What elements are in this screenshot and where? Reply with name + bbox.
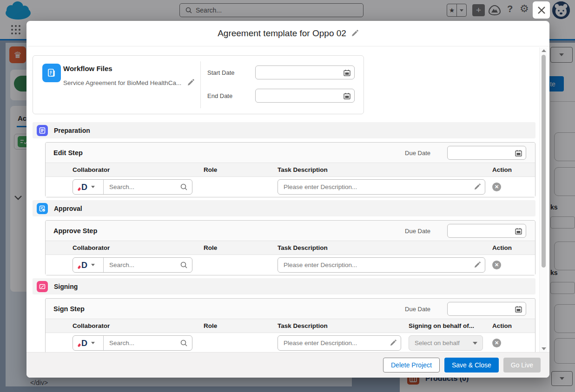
section-preparation: Preparation — [33, 122, 535, 138]
preparation-icon — [37, 125, 48, 136]
section-approval-label: Approval — [54, 205, 82, 212]
divider — [200, 61, 201, 108]
scrollbar-thumb[interactable] — [542, 55, 546, 268]
search-icon — [180, 183, 187, 190]
workflow-file-row: Service Agreement for BioMed HealthCa... — [63, 79, 194, 86]
task-description-input[interactable] — [278, 261, 474, 268]
edit-pencil-icon[interactable] — [474, 183, 481, 190]
collaborator-search-input[interactable] — [104, 261, 180, 268]
agreement-template-modal: Agreement template for Oppo 02 Workflow … — [26, 21, 549, 378]
dropdown-caret-icon — [473, 342, 477, 345]
dropdown-caret-icon — [91, 264, 95, 266]
task-description-field — [278, 257, 485, 273]
calendar-icon — [515, 306, 522, 313]
calendar-icon — [515, 150, 522, 157]
save-close-button[interactable]: Save & Close — [444, 358, 499, 372]
approve-step-header: Approve Step Due Date — [46, 221, 535, 241]
edit-step-box: Edit Step Due Date Collaborator Role Tas… — [45, 142, 535, 197]
step-title: Sign Step — [53, 305, 85, 313]
delete-project-button[interactable]: Delete Project — [383, 358, 440, 372]
col-task-description: Task Description — [278, 166, 328, 173]
workflow-file-name: Service Agreement for BioMed HealthCa... — [63, 79, 181, 86]
column-headers: Collaborator Role Task Description Actio… — [46, 163, 535, 177]
collaborator-picker: D — [73, 257, 192, 273]
col-action: Action — [492, 244, 512, 251]
due-date-input[interactable] — [447, 302, 526, 316]
column-headers: Collaborator Role Task Description Actio… — [46, 241, 535, 255]
collaborator-search-input[interactable] — [104, 183, 180, 190]
modal-body: Workflow Files Service Agreement for Bio… — [26, 47, 549, 352]
collaborator-picker: D — [73, 335, 192, 351]
calendar-icon — [344, 92, 350, 99]
scroll-down-arrow-icon[interactable] — [542, 347, 546, 350]
end-date-input[interactable] — [255, 89, 355, 103]
task-description-input[interactable] — [278, 340, 390, 346]
dealhub-logo-icon: D — [81, 339, 87, 347]
modal-scrollbar[interactable] — [539, 47, 547, 352]
workflow-files-icon — [42, 64, 61, 82]
due-date-label: Due Date — [405, 306, 430, 313]
sign-step-header: Sign Step Due Date — [46, 299, 535, 319]
start-date-label: Start Date — [207, 69, 235, 76]
col-role: Role — [204, 166, 217, 173]
scroll-up-arrow-icon[interactable] — [542, 49, 546, 52]
behalf-placeholder: Select on behalf — [409, 340, 473, 346]
edit-step-header: Edit Step Due Date — [46, 143, 535, 163]
collaborator-row: D Select on behalf ✕ — [46, 333, 535, 352]
signing-on-behalf-dropdown[interactable]: Select on behalf — [409, 335, 483, 351]
section-signing: Signing — [33, 278, 535, 294]
search-icon — [180, 261, 187, 268]
collaborator-row: D ✕ — [46, 255, 535, 275]
edit-file-pencil-icon[interactable] — [187, 79, 194, 86]
start-date-input[interactable] — [255, 65, 355, 79]
calendar-icon — [344, 69, 350, 76]
edit-pencil-icon[interactable] — [390, 340, 397, 346]
step-title: Approve Step — [53, 227, 97, 235]
section-signing-label: Signing — [54, 283, 78, 290]
section-preparation-label: Preparation — [54, 127, 90, 134]
collaborator-search-input[interactable] — [104, 340, 180, 346]
due-date-label: Due Date — [405, 150, 430, 157]
modal-footer: Delete Project Save & Close Go Live — [26, 352, 549, 378]
collaborator-row: D ✕ — [46, 177, 535, 197]
edit-title-pencil-icon[interactable] — [351, 30, 358, 37]
edit-pencil-icon[interactable] — [474, 261, 481, 268]
collaborator-picker: D — [73, 179, 192, 195]
col-signing-on-behalf: Signing on behalf of... — [409, 322, 474, 329]
step-title: Edit Step — [53, 149, 83, 157]
column-headers: Collaborator Role Task Description Signi… — [46, 319, 535, 333]
dropdown-caret-icon — [91, 342, 95, 344]
dealhub-logo-icon: D — [81, 261, 87, 269]
due-date-label: Due Date — [405, 228, 430, 235]
approve-step-box: Approve Step Due Date Collaborator Role … — [45, 220, 535, 275]
signing-icon — [37, 281, 48, 292]
col-collaborator: Collaborator — [73, 244, 110, 251]
modal-title: Agreement template for Oppo 02 — [218, 28, 346, 39]
approval-icon — [37, 203, 48, 214]
go-live-button[interactable]: Go Live — [503, 358, 541, 372]
task-description-field — [278, 335, 401, 351]
collaborator-source-dropdown[interactable]: D — [73, 336, 104, 350]
task-description-field — [278, 179, 485, 195]
col-task-description: Task Description — [278, 244, 328, 251]
modal-header: Agreement template for Oppo 02 — [26, 21, 549, 46]
task-description-input[interactable] — [278, 183, 474, 190]
remove-row-icon[interactable]: ✕ — [492, 183, 501, 191]
calendar-icon — [515, 228, 522, 235]
due-date-input[interactable] — [447, 146, 526, 160]
col-collaborator: Collaborator — [73, 322, 110, 329]
col-action: Action — [492, 322, 512, 329]
collaborator-source-dropdown[interactable]: D — [73, 258, 104, 272]
col-role: Role — [204, 322, 217, 329]
end-date-label: End Date — [207, 92, 232, 99]
workflow-files-card: Workflow Files Service Agreement for Bio… — [33, 55, 364, 114]
collaborator-source-dropdown[interactable]: D — [73, 180, 104, 194]
search-icon — [180, 340, 187, 346]
workflow-files-title: Workflow Files — [63, 65, 112, 72]
remove-row-icon[interactable]: ✕ — [492, 261, 501, 269]
remove-row-icon[interactable]: ✕ — [492, 339, 501, 347]
due-date-input[interactable] — [447, 224, 526, 238]
col-role: Role — [204, 244, 217, 251]
col-collaborator: Collaborator — [73, 166, 110, 173]
close-icon[interactable] — [533, 1, 550, 19]
